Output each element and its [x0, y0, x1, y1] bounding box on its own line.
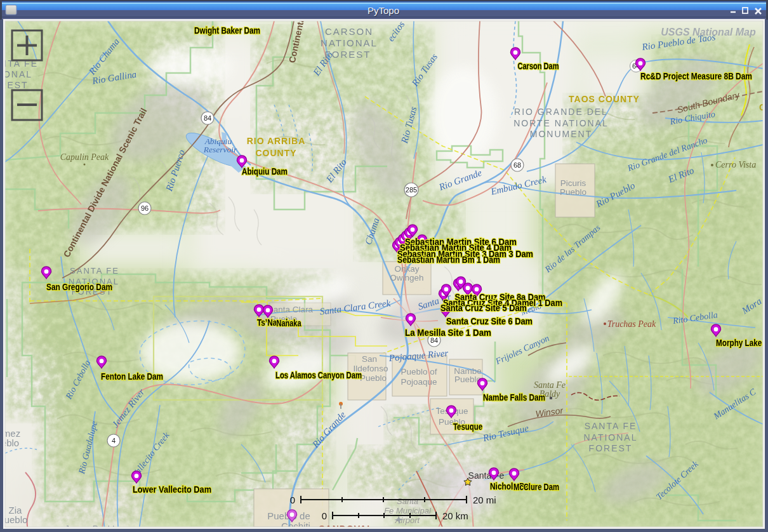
- svg-text:Santa: Santa: [397, 496, 418, 506]
- svg-text:Onkay: Onkay: [394, 264, 419, 274]
- svg-text:NATIONAL: NATIONAL: [584, 432, 638, 442]
- svg-text:ueblo: ueblo: [4, 514, 28, 525]
- svg-text:Owingeh: Owingeh: [390, 273, 423, 283]
- svg-text:Picuris: Picuris: [560, 178, 586, 188]
- svg-text:4: 4: [112, 437, 116, 444]
- svg-text:0: 0: [290, 495, 295, 505]
- svg-text:Santa Cruz Site 5 Dam: Santa Cruz Site 5 Dam: [440, 302, 527, 313]
- svg-text:Nanaka: Nanaka: [277, 317, 301, 328]
- svg-text:Pueblo: Pueblo: [560, 187, 586, 197]
- svg-text:285: 285: [406, 186, 417, 194]
- svg-text:Pueblo: Pueblo: [454, 375, 481, 384]
- svg-text:Santa Cruz Site 6 Dam: Santa Cruz Site 6 Dam: [446, 316, 533, 326]
- svg-text:FOREST: FOREST: [589, 443, 633, 453]
- svg-text:Nambe Falls Dam: Nambe Falls Dam: [483, 392, 545, 402]
- svg-text:0: 0: [322, 510, 327, 521]
- svg-text:68: 68: [513, 161, 521, 169]
- svg-text:Santa Fe: Santa Fe: [534, 380, 566, 390]
- svg-text:MONUMENT: MONUMENT: [530, 129, 592, 139]
- svg-text:20 km: 20 km: [442, 510, 468, 521]
- svg-text:20 mi: 20 mi: [473, 495, 496, 505]
- svg-text:Pueblo: Pueblo: [360, 373, 387, 383]
- svg-text:USGS National Map: USGS National Map: [661, 27, 756, 37]
- svg-text:ONAL: ONAL: [3, 69, 32, 79]
- svg-text:Capulin Peak: Capulin Peak: [60, 152, 109, 162]
- svg-text:RIO GRANDE DEL: RIO GRANDE DEL: [514, 107, 608, 117]
- svg-text:San Gregorio Dam: San Gregorio Dam: [46, 281, 112, 292]
- svg-text:McClure Dam: McClure Dam: [513, 481, 559, 492]
- svg-text:SANTA FE: SANTA FE: [70, 266, 119, 276]
- svg-text:COUNTY: COUNTY: [255, 148, 296, 158]
- svg-text:NATIONAL: NATIONAL: [321, 37, 378, 48]
- svg-text:Los Alamos Canyon Dam: Los Alamos Canyon Dam: [275, 369, 362, 380]
- svg-text:Lower Vallecito Dam: Lower Vallecito Dam: [133, 484, 211, 495]
- svg-text:Truchas Peak: Truchas Peak: [607, 319, 656, 329]
- svg-text:84: 84: [204, 114, 211, 122]
- svg-text:La Mesilla Site 1 Dam: La Mesilla Site 1 Dam: [405, 327, 491, 338]
- svg-text:FOREST: FOREST: [325, 49, 371, 60]
- svg-text:RIO ARRIBA: RIO ARRIBA: [247, 136, 306, 146]
- svg-text:Tesuque: Tesuque: [453, 421, 482, 432]
- svg-text:SANTA FE: SANTA FE: [585, 421, 637, 431]
- svg-text:Fe Municipal: Fe Municipal: [384, 506, 432, 515]
- svg-text:Fenton Lake Dam: Fenton Lake Dam: [101, 371, 163, 382]
- svg-text:NORTE NATIONAL: NORTE NATIONAL: [513, 118, 609, 128]
- svg-text:96: 96: [141, 204, 149, 212]
- svg-text:Carson Dam: Carson Dam: [518, 60, 559, 71]
- svg-text:Pojoaque: Pojoaque: [401, 377, 437, 387]
- svg-text:Dwight Baker Dam: Dwight Baker Dam: [194, 25, 260, 36]
- svg-text:Morphy Lake D: Morphy Lake D: [716, 337, 768, 348]
- svg-text:San: San: [362, 354, 377, 364]
- svg-text:Sebastian Martin Bm 1 Dam: Sebastian Martin Bm 1 Dam: [397, 254, 500, 265]
- svg-text:CARSON: CARSON: [325, 26, 373, 37]
- svg-text:Abiquiu Dam: Abiquiu Dam: [242, 166, 288, 176]
- svg-text:TAOS COUNTY: TAOS COUNTY: [569, 94, 640, 104]
- svg-text:Reservoir: Reservoir: [203, 145, 237, 154]
- svg-text:Rc&D Project Measure 8B Dam: Rc&D Project Measure 8B Dam: [640, 70, 752, 81]
- svg-text:PyTopo: PyTopo: [367, 5, 399, 16]
- svg-text:Pueblo of: Pueblo of: [401, 367, 437, 376]
- svg-text:Cerro Vista: Cerro Vista: [715, 160, 756, 170]
- svg-text:anta Clara: anta Clara: [274, 305, 314, 314]
